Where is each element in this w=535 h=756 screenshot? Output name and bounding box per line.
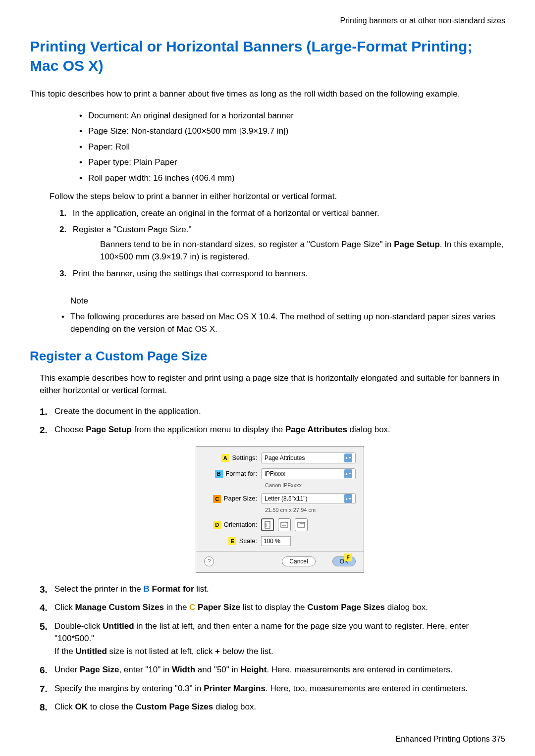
badge-c: C: [213, 495, 221, 503]
bullet-roll-width: Roll paper width: 16 inches (406.4 mm): [79, 172, 505, 185]
bullet-paper-type: Paper type: Plain Paper: [79, 156, 505, 169]
follow-text: Follow the steps below to print a banner…: [50, 190, 505, 203]
step-4: 4. Click Manage Custom Sizes in the C Pa…: [40, 601, 505, 614]
step-number: 3.: [59, 267, 70, 280]
step-number: 3.: [40, 583, 48, 597]
settings-label: Settings:: [232, 454, 257, 461]
pre-step-2: 2. Register a "Custom Page Size." Banner…: [59, 223, 505, 263]
format-for-row: B Format for: iPFxxxx ▲▼: [204, 468, 356, 479]
orientation-landscape-left-button[interactable]: [278, 518, 291, 531]
step-3: 3. Select the printer in the B Format fo…: [40, 583, 505, 596]
intro-text: This topic describes how to print a bann…: [30, 88, 505, 101]
settings-row: A Settings: Page Attributes ▲▼: [204, 453, 356, 463]
step-5: 5. Double-click Untitled in the list at …: [40, 620, 505, 658]
badge-e: E: [228, 537, 236, 545]
step-number: 4.: [40, 601, 48, 615]
badge-d: D: [213, 521, 221, 529]
step-5-line2: If the Untitled size is not listed at le…: [54, 645, 505, 658]
step-text: In the application, create an original i…: [73, 208, 379, 218]
orientation-row: D Orientation:: [204, 518, 356, 531]
step-number: 7.: [40, 682, 48, 697]
step-6: 6. Under Page Size, enter "10" in Width …: [40, 663, 505, 676]
portrait-icon: [265, 521, 270, 529]
settings-select[interactable]: Page Attributes ▲▼: [261, 453, 356, 463]
note-section: Note The following procedures are based …: [70, 295, 505, 336]
dropdown-arrows-icon: ▲▼: [344, 469, 352, 478]
step-text: Create the document in the application.: [54, 406, 201, 416]
step-number: 1.: [40, 405, 48, 419]
section-description: This example describes how to register a…: [40, 372, 505, 397]
step-2-detail: Banners tend to be in non-standard sizes…: [100, 238, 505, 263]
example-bullets: Document: An original designed for a hor…: [79, 109, 505, 185]
pre-step-3: 3. Print the banner, using the settings …: [59, 267, 505, 280]
scale-label: Scale:: [239, 537, 257, 545]
page-footer: Enhanced Printing Options 375: [30, 733, 505, 745]
step-number: 6.: [40, 663, 48, 678]
step-8: 8. Click OK to close the Custom Page Siz…: [40, 701, 505, 713]
step-text: Double-click Untitled in the list at lef…: [54, 621, 469, 644]
step-number: 2.: [59, 223, 70, 236]
orientation-label: Orientation:: [224, 521, 257, 528]
paper-size-subtext: 21.59 cm x 27.94 cm: [265, 506, 356, 514]
landscape-left-icon: [280, 522, 288, 528]
step-text: Select the printer in the B Format for l…: [54, 584, 209, 594]
step-number: 1.: [59, 207, 70, 220]
dropdown-arrows-icon: ▲▼: [344, 494, 352, 503]
help-button[interactable]: ?: [204, 556, 214, 566]
step-text: Specify the margins by entering "0.3" in…: [54, 684, 468, 693]
dialog-divider: [196, 551, 364, 552]
pre-step-1: 1. In the application, create an origina…: [59, 207, 505, 220]
badge-f: F: [344, 554, 352, 561]
svg-rect-2: [281, 522, 288, 527]
step-number: 5.: [40, 620, 48, 634]
step-text: Click OK to close the Custom Page Sizes …: [54, 702, 256, 711]
step-text: Under Page Size, enter "10" in Width and…: [54, 665, 453, 674]
step-7: 7. Specify the margins by entering "0.3"…: [40, 682, 505, 695]
step-number: 2.: [40, 423, 48, 438]
note-label: Note: [70, 295, 505, 307]
step-text: Choose Page Setup from the application m…: [54, 425, 390, 434]
page-header: Printing banners or at other non-standar…: [30, 15, 505, 27]
note-text: The following procedures are based on Ma…: [61, 310, 505, 336]
orientation-portrait-button[interactable]: [261, 518, 274, 531]
badge-a: A: [221, 454, 229, 462]
step-text: Register a "Custom Page Size.": [73, 225, 192, 234]
cancel-button[interactable]: Cancel: [282, 556, 315, 566]
main-steps-list: 1. Create the document in the applicatio…: [40, 405, 505, 713]
bullet-document: Document: An original designed for a hor…: [79, 109, 505, 122]
scale-row: E Scale:: [204, 536, 356, 546]
paper-size-select[interactable]: Letter (8.5"x11") ▲▼: [261, 493, 356, 504]
step-number: 8.: [40, 701, 48, 715]
format-for-subtext: Canon iPFxxxx: [265, 481, 356, 490]
paper-size-row: C Paper Size: Letter (8.5"x11") ▲▼: [204, 493, 356, 504]
step-2: 2. Choose Page Setup from the applicatio…: [40, 423, 505, 573]
step-1: 1. Create the document in the applicatio…: [40, 405, 505, 418]
page-attributes-dialog: A Settings: Page Attributes ▲▼ B Format …: [196, 446, 364, 573]
step-text: Click Manage Custom Sizes in the C Paper…: [54, 603, 428, 612]
format-for-select[interactable]: iPFxxxx ▲▼: [261, 468, 356, 479]
landscape-right-icon: [297, 522, 305, 528]
format-for-label: Format for:: [225, 470, 257, 477]
bullet-paper: Paper: Roll: [79, 141, 505, 153]
orientation-landscape-right-button[interactable]: [295, 518, 308, 531]
scale-input[interactable]: [261, 536, 291, 546]
svg-rect-4: [298, 522, 305, 527]
dropdown-arrows-icon: ▲▼: [344, 454, 352, 462]
section-heading: Register a Custom Page Size: [30, 347, 505, 366]
page-title: Printing Vertical or Horizontal Banners …: [30, 37, 505, 75]
bullet-page-size: Page Size: Non-standard (100×500 mm [3.9…: [79, 125, 505, 138]
badge-b: B: [215, 470, 223, 478]
pre-steps-list: 1. In the application, create an origina…: [59, 207, 505, 280]
step-text: Print the banner, using the settings tha…: [73, 269, 308, 278]
paper-size-label: Paper Size:: [224, 495, 257, 502]
